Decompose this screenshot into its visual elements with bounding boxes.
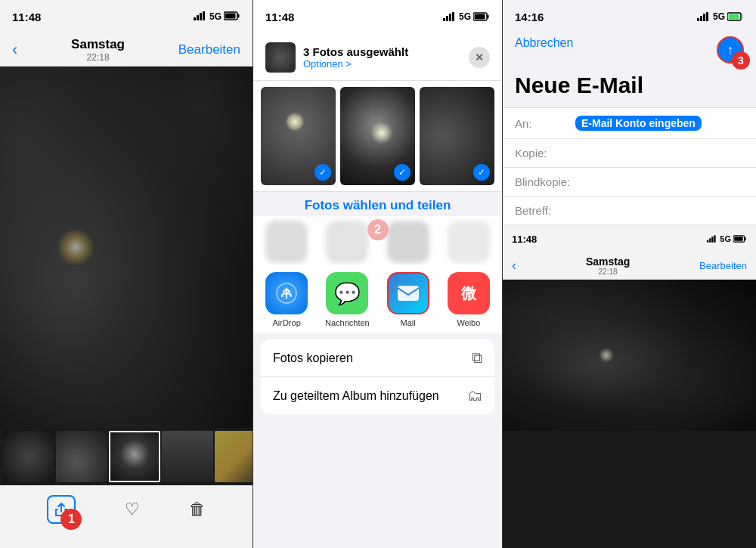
thumb-2[interactable] — [56, 431, 107, 482]
share-options-link[interactable]: Optionen > — [303, 58, 408, 70]
svg-rect-18 — [703, 14, 705, 21]
weibo-icon: 微 — [448, 272, 490, 314]
subject-input[interactable] — [575, 204, 744, 217]
mini-status-icons: 5G — [707, 234, 747, 243]
thumb-3[interactable] — [109, 431, 160, 482]
apps-row-container: 2 AirDrop 💬 Nachrichten — [253, 216, 502, 333]
kopie-label: Kopie: — [515, 147, 575, 159]
check-3: ✓ — [473, 164, 490, 181]
thumb-5[interactable] — [215, 431, 253, 482]
app-item-weibo[interactable]: 微 Weibo — [438, 272, 499, 327]
apps-row-blurred: 2 — [253, 216, 502, 265]
header-thumbnail — [265, 42, 296, 73]
airdrop-label: AirDrop — [272, 318, 300, 327]
bottom-toolbar-1: 1 ♡ 🗑 — [0, 485, 253, 548]
status-icons-2: 5G — [443, 11, 490, 22]
moon-1 — [57, 228, 94, 266]
svg-rect-23 — [707, 240, 708, 243]
svg-rect-6 — [225, 13, 236, 18]
preview-photo-3[interactable]: ✓ — [420, 87, 494, 185]
mini-nav-title-main: Samstag — [586, 255, 630, 268]
svg-rect-5 — [238, 14, 240, 17]
app-item-nachrichten[interactable]: 💬 Nachrichten — [317, 272, 377, 327]
thumb-1[interactable] — [3, 431, 54, 482]
network-label-1: 5G — [209, 11, 222, 22]
check-2: ✓ — [394, 164, 411, 181]
screen1: 11:48 5G ‹ Samstag — [0, 0, 253, 548]
send-btn-wrapper: ↑ 3 — [717, 36, 744, 63]
screen3: 14:16 5G Abbrechen ↑ 3 Neue — [503, 0, 756, 548]
mini-network: 5G — [720, 234, 731, 243]
email-compose-title: Neue E-Mail — [515, 73, 744, 98]
fotos-teilen-label: Fotos wählen und teilen — [253, 192, 502, 216]
bcc-field-row: Blindkopie: — [503, 168, 756, 197]
screen2: 11:48 5G 3 Fotos ausgewählt Optionen > — [253, 0, 503, 548]
svg-rect-16 — [697, 18, 699, 21]
to-label: An: — [515, 117, 575, 130]
step-badge-2: 2 — [367, 219, 389, 240]
svg-rect-13 — [475, 14, 485, 20]
svg-rect-2 — [200, 13, 202, 20]
svg-rect-15 — [398, 286, 419, 301]
signal-icon-1 — [194, 11, 207, 23]
email-konto-badge[interactable]: E-Mail Konto eingeben — [575, 116, 702, 131]
svg-rect-22 — [729, 14, 739, 20]
action-copy[interactable]: Fotos kopieren ⧉ — [261, 339, 494, 377]
app-item-blurred-1 — [256, 221, 317, 263]
status-bar-2: 11:48 5G — [253, 0, 502, 33]
action-add-album[interactable]: Zu geteiltem Album hinzufügen 🗂 — [261, 377, 494, 414]
bcc-input[interactable] — [575, 175, 744, 188]
main-photo-1 — [0, 67, 253, 428]
copy-icon: ⧉ — [472, 349, 482, 367]
signal-icon-3 — [697, 12, 711, 21]
svg-rect-25 — [712, 237, 714, 243]
edit-button-1[interactable]: Bearbeiten — [178, 42, 240, 57]
delete-button[interactable]: 🗑 — [189, 500, 206, 519]
mini-status-bar: 11:48 5G — [503, 225, 756, 252]
kopie-field-row: Kopie: — [503, 139, 756, 168]
nachrichten-label: Nachrichten — [325, 318, 370, 327]
action-list: Fotos kopieren ⧉ Zu geteiltem Album hinz… — [261, 339, 494, 414]
svg-rect-24 — [709, 238, 711, 242]
nav-title-main-1: Samstag — [71, 37, 125, 52]
network-3: 5G — [713, 11, 725, 22]
back-button-1[interactable]: ‹ — [12, 40, 17, 60]
app-item-blurred-4 — [438, 221, 499, 263]
subject-field-row: Betreff: — [503, 197, 756, 225]
heart-button[interactable]: ♡ — [125, 500, 140, 519]
share-btn-wrapper: 1 — [47, 495, 76, 524]
mini-photo — [503, 280, 756, 431]
svg-rect-8 — [446, 16, 448, 21]
status-bar-1: 11:48 5G — [0, 0, 253, 33]
svg-rect-7 — [443, 18, 445, 21]
mini-time: 11:48 — [512, 234, 537, 245]
mini-nav-bar: ‹ Samstag 22:18 Bearbeiten — [503, 252, 756, 280]
moon-bg-1 — [0, 67, 253, 428]
svg-rect-3 — [203, 11, 205, 20]
svg-rect-21 — [742, 15, 743, 19]
preview-photo-2[interactable]: ✓ — [340, 87, 415, 185]
share-close-button[interactable]: ✕ — [469, 47, 490, 68]
mini-nav-title-sub: 22:18 — [586, 268, 630, 276]
svg-rect-28 — [745, 237, 746, 240]
cancel-button[interactable]: Abbrechen — [515, 36, 573, 50]
bcc-label: Blindkopie: — [515, 175, 575, 188]
mail-icon — [387, 272, 429, 314]
status-icons-1: 5G — [194, 11, 240, 23]
nav-bar-1: ‹ Samstag 22:18 Bearbeiten — [0, 33, 253, 67]
time-1: 11:48 — [12, 11, 41, 23]
nav-title-1: Samstag 22:18 — [71, 37, 125, 63]
thumb-4[interactable] — [162, 431, 213, 482]
preview-photo-1[interactable]: ✓ — [261, 87, 336, 185]
app-item-mail[interactable]: Mail — [378, 272, 438, 327]
mini-embedded-screen: 11:48 5G ‹ Samstag 22:18 — [503, 225, 756, 548]
app-item-airdrop[interactable]: AirDrop — [256, 272, 317, 327]
svg-rect-12 — [488, 15, 489, 19]
kopie-input[interactable] — [575, 147, 744, 159]
battery-icon-3 — [727, 12, 744, 21]
step-badge-3: 3 — [732, 51, 750, 70]
share-title: 3 Fotos ausgewählt — [303, 45, 408, 58]
share-sheet-header: 3 Fotos ausgewählt Optionen > ✕ — [253, 33, 502, 81]
nachrichten-icon: 💬 — [326, 272, 368, 314]
status-icons-3: 5G — [697, 11, 744, 22]
